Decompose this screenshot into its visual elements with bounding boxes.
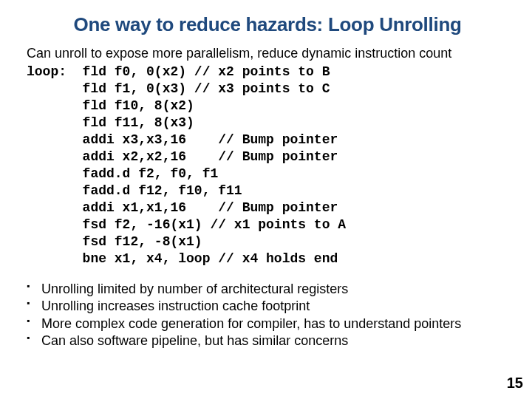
list-item: Unrolling limited by number of architect… <box>27 281 508 298</box>
bullet-list: Unrolling limited by number of architect… <box>27 281 508 350</box>
intro-text: Can unroll to expose more parallelism, r… <box>27 45 508 62</box>
page-number: 15 <box>507 375 523 392</box>
slide-title: One way to reduce hazards: Loop Unrollin… <box>27 13 508 36</box>
code-block: loop: fld f0, 0(x2) // x2 points to B fl… <box>27 64 508 267</box>
list-item: Unrolling increases instruction cache fo… <box>27 298 508 315</box>
list-item: More complex code generation for compile… <box>27 316 508 332</box>
list-item: Can also software pipeline, but has simi… <box>27 332 508 349</box>
